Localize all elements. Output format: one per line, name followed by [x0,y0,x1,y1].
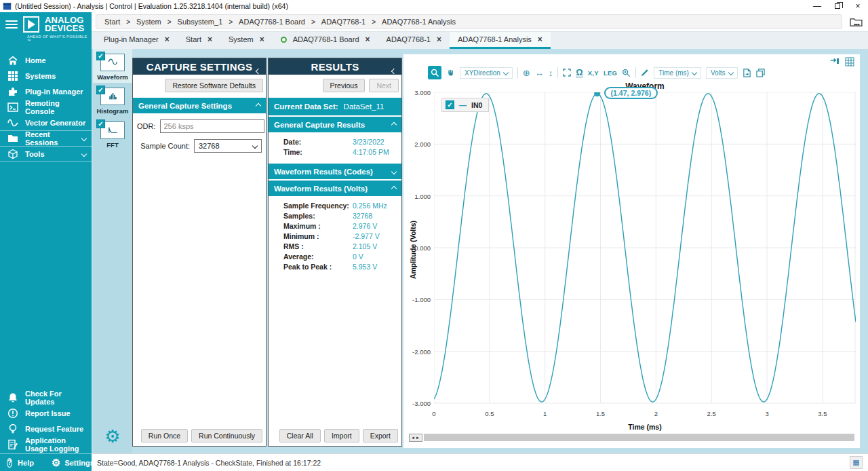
chart-legend: — IN0 [441,98,489,112]
sidebar-item-settings[interactable]: ⚙ Settings [52,457,94,468]
breadcrumb-item[interactable]: Subsystem_1 [178,18,223,26]
adi-logo [23,16,39,33]
auto-hide-panel-icon[interactable] [830,57,840,68]
app-icon [3,2,12,11]
hamburger-menu-icon[interactable] [5,20,18,29]
run-continuously-button[interactable]: Run Continuously [191,429,262,442]
clear-all-button[interactable]: Clear All [279,429,321,442]
sidebar-item-vector-generator[interactable]: Vector Generator [0,115,92,130]
hscroll-track[interactable] [424,434,854,441]
run-once-button[interactable]: Run Once [141,429,188,442]
general-results-rows: Date:3/23/2022Time:4:17:05 PM [269,132,401,162]
layout-corner-icon[interactable]: ▦ [850,456,863,469]
restore-software-defaults-button[interactable]: Restore Software Defaults [165,79,263,92]
bulb-icon [7,423,18,434]
waveform-results-volts-section[interactable]: Waveform Results (Volts) [269,181,401,196]
time-unit-dropdown[interactable]: Time (ms) [654,67,701,79]
sample-count-dropdown[interactable]: 32768 [194,139,262,153]
tab-close-icon[interactable]: × [165,35,170,44]
waveform-checkbox[interactable] [96,52,105,60]
tab-label: ADAQ7768-1 Analysis [458,35,532,43]
tab-start[interactable]: Start× [178,32,220,49]
sidebar-item-remoting-console[interactable]: Remoting Console [0,99,92,115]
grid-layout-icon[interactable] [845,57,854,68]
sidebar-item-application-usage-logging[interactable]: Application Usage Logging [0,436,92,452]
result-row: Date:3/23/2022 [269,136,401,147]
breadcrumb-item[interactable]: ADAQ7768-1 Board [239,18,305,26]
fft-checkbox[interactable] [96,119,105,128]
breadcrumb-item[interactable]: Start [104,18,120,26]
result-value: 5.953 V [353,263,377,271]
zoom-mode-button[interactable] [428,66,441,79]
xy-values-toggle[interactable]: X,Y [588,69,599,77]
minimize-button[interactable]: — [807,0,827,12]
result-value: 32768 [353,212,372,220]
status-bar: State=Good, ADAQ7768-1 Analysis - CheckS… [92,453,868,471]
sidebar-item-plug-in-manager[interactable]: Plug-in Manager [0,83,92,99]
y-tick-label: 0.000 [403,244,431,252]
import-button[interactable]: Import [324,429,359,442]
x-tick-label: 2.5 [698,410,725,417]
histogram-checkbox[interactable] [96,86,105,94]
restore-button[interactable] [827,0,848,12]
tab-close-icon[interactable]: × [208,35,212,44]
analysis-settings-gear-icon[interactable]: ⚙ [93,428,132,445]
sidebar-item-systems[interactable]: Systems [0,68,92,83]
tab-system[interactable]: System× [220,32,273,49]
sidebar-item-recent-sessions[interactable]: Recent Sessions [0,130,92,146]
annotate-pen-icon[interactable] [641,69,649,77]
waveform-plot[interactable] [434,92,856,406]
fit-width-icon[interactable]: ↔ [535,68,544,78]
waveform-results-codes-section[interactable]: Waveform Results (Codes) [269,164,401,179]
tab-adaq7768-1[interactable]: ADAQ7768-1× [378,32,450,49]
tool-waveform[interactable]: Waveform [93,49,132,83]
result-value: 3/23/2022 [353,138,384,146]
expand-view-icon[interactable] [563,69,571,77]
xy-direction-dropdown[interactable]: XYDirection [460,67,513,79]
zoom-in-icon[interactable] [622,69,631,77]
tab-close-icon[interactable]: × [260,35,264,44]
tab-close-icon[interactable]: × [538,35,542,44]
fit-height-icon[interactable]: ↕ [549,68,553,78]
tab-adaq7768-1-analysis[interactable]: ADAQ7768-1 Analysis× [450,32,551,49]
sidebar-item-label: Check For Updates [25,390,86,406]
sidebar-item-help[interactable]: Help [18,459,34,467]
tab-adaq7768-1-board[interactable]: ADAQ7768-1 Board× [273,32,378,49]
tab-close-icon[interactable]: × [437,35,441,44]
breadcrumb-item[interactable]: ADAQ7768-1 [321,18,366,26]
legend-checkbox[interactable] [446,100,454,109]
tool-fft[interactable]: FFT [93,117,132,151]
export-image-icon[interactable] [743,69,751,77]
export-button[interactable]: Export [363,429,398,442]
volts-unit-dropdown[interactable]: Volts [706,67,738,79]
hscroll-arrows-button[interactable]: ◄► [409,434,422,442]
x-tick-label: 0.5 [476,410,503,417]
sidebar-item-report-issue[interactable]: Report Issue [0,405,92,421]
general-capture-results-section[interactable]: General Capture Results [269,117,401,132]
settings-gear-icon: ⚙ [52,457,60,468]
breadcrumb-row: Start>System>Subsystem_1>ADAQ7768-1 Boar… [92,12,868,31]
pan-hand-icon[interactable] [446,69,455,77]
center-data-icon[interactable]: ⊕ [523,68,530,78]
tool-histogram[interactable]: Histogram [93,83,132,117]
general-capture-settings-section[interactable]: General Capture Settings [133,98,266,113]
sidebar-item-home[interactable]: Home [0,52,92,68]
legend-toggle[interactable]: LEG [604,69,617,77]
collapse-panel-icon[interactable] [256,64,260,75]
close-button[interactable]: × [848,0,868,12]
breadcrumb-item[interactable]: ADAQ7768-1 Analysis [382,18,456,26]
sidebar-item-tools[interactable]: Tools [0,146,92,162]
tab-close-icon[interactable]: × [366,35,370,44]
sidebar-item-request-feature[interactable]: Request Feature [0,421,92,436]
copy-chart-icon[interactable] [756,69,765,77]
next-dataset-button[interactable]: Next [369,79,399,92]
undo-zoom-icon[interactable]: Ω [576,68,583,77]
chevron-down-icon [728,70,733,75]
breadcrumb-item[interactable]: System [136,18,161,26]
tab-plug-in-manager[interactable]: Plug-in Manager× [96,32,178,49]
open-session-folder-icon[interactable] [848,17,864,27]
odr-input[interactable] [160,119,264,133]
previous-dataset-button[interactable]: Previous [323,79,366,92]
collapse-panel-icon[interactable] [392,64,396,75]
sidebar-item-check-for-updates[interactable]: Check For Updates [0,390,92,405]
